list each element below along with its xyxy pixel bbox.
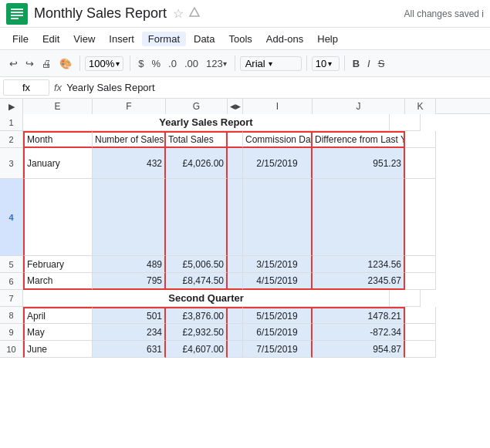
cell-3-month[interactable]: January: [23, 148, 93, 179]
row-num-5[interactable]: 5: [0, 256, 23, 273]
row-num-9[interactable]: 9: [0, 324, 23, 341]
font-family-selector[interactable]: Arial ▾: [240, 56, 302, 71]
undo-button[interactable]: ↩: [6, 56, 21, 71]
col-header-f[interactable]: F: [93, 99, 166, 114]
cell-6-totalsales[interactable]: £8,474.50: [166, 273, 228, 290]
cell-4-diff[interactable]: [313, 179, 405, 256]
font-family-value: Arial: [245, 58, 265, 69]
paint-format-button[interactable]: 🎨: [56, 56, 75, 71]
decimal-increase-button[interactable]: .00: [181, 56, 201, 71]
menu-format[interactable]: Format: [142, 32, 186, 46]
row-num-7[interactable]: 7: [0, 290, 23, 307]
cell-10-commdate[interactable]: 7/15/2019: [243, 341, 313, 358]
cell-6-commdate[interactable]: 4/15/2019: [243, 273, 313, 290]
col-header-j[interactable]: J: [313, 99, 405, 114]
cell-3-commdate[interactable]: 2/15/2019: [243, 148, 313, 179]
cell-3-diff[interactable]: 951.23: [313, 148, 405, 179]
svg-rect-1: [11, 8, 23, 10]
menu-addons[interactable]: Add-ons: [260, 32, 309, 46]
decimal-decrease-button[interactable]: .0: [165, 56, 180, 71]
cell-10-month[interactable]: June: [23, 341, 93, 358]
print-button[interactable]: 🖨: [39, 56, 55, 71]
cell-reference-box[interactable]: fx: [3, 79, 49, 96]
row-num-6[interactable]: 6: [0, 273, 23, 290]
cell-6-numsales[interactable]: 795: [93, 273, 166, 290]
separator-3: [235, 56, 235, 71]
row-num-10[interactable]: 10: [0, 341, 23, 358]
cell-4-totalsales[interactable]: [166, 179, 228, 256]
cell-2-commdate[interactable]: Commission Date: [243, 131, 313, 148]
menu-tools[interactable]: Tools: [222, 32, 258, 46]
cell-10-diff[interactable]: 954.87: [313, 341, 405, 358]
menu-file[interactable]: File: [6, 32, 35, 46]
cell-8-totalsales[interactable]: £3,876.00: [166, 307, 228, 324]
row-num-3[interactable]: 3: [0, 148, 23, 179]
cell-4-month[interactable]: [23, 179, 93, 256]
cell-5-diff[interactable]: 1234.56: [313, 256, 405, 273]
cell-2-k: [405, 131, 436, 148]
cell-1-k[interactable]: [390, 114, 421, 131]
cell-5-commdate[interactable]: 3/15/2019: [243, 256, 313, 273]
cell-2-month[interactable]: Month: [23, 131, 93, 148]
cell-10-totalsales[interactable]: £4,607.00: [166, 341, 228, 358]
menu-help[interactable]: Help: [311, 32, 344, 46]
menu-insert[interactable]: Insert: [103, 32, 140, 46]
menu-data[interactable]: Data: [188, 32, 221, 46]
cell-3-totalsales[interactable]: £4,026.00: [166, 148, 228, 179]
zoom-selector[interactable]: 100% ▾: [85, 56, 123, 71]
separator-5: [344, 56, 345, 71]
cell-4-commdate[interactable]: [243, 179, 313, 256]
formula-input[interactable]: [66, 82, 487, 93]
cell-2-difflastyear[interactable]: Difference from Last Year: [313, 131, 405, 148]
cell-8-numsales[interactable]: 501: [93, 307, 166, 324]
col-header-k[interactable]: K: [405, 99, 436, 114]
col-header-arrow[interactable]: ◀▶: [228, 99, 243, 114]
menu-view[interactable]: View: [67, 32, 101, 46]
cell-9-diff[interactable]: -872.34: [313, 324, 405, 341]
separator-2: [130, 56, 130, 71]
cell-10-numsales[interactable]: 631: [93, 341, 166, 358]
cell-9-commdate[interactable]: 6/15/2019: [243, 324, 313, 341]
cell-4-numsales[interactable]: [93, 179, 166, 256]
redo-button[interactable]: ↪: [22, 56, 37, 71]
row-num-2[interactable]: 2: [0, 131, 23, 148]
cell-5-totalsales[interactable]: £5,006.50: [166, 256, 228, 273]
app-icon: [6, 3, 28, 25]
cell-8-diff[interactable]: 1478.21: [313, 307, 405, 324]
more-formats-button[interactable]: 123 ▾: [203, 56, 230, 71]
title-bar: Monthly Sales Report ☆ All changes saved…: [0, 0, 490, 28]
cell-9-month[interactable]: May: [23, 324, 93, 341]
row-num-4[interactable]: 4: [0, 179, 23, 256]
cell-9-numsales[interactable]: 234: [93, 324, 166, 341]
col-header-g[interactable]: G: [166, 99, 228, 114]
formula-bar: fx fx: [0, 77, 490, 99]
font-size-selector[interactable]: 10 ▾: [312, 56, 340, 71]
strikethrough-button[interactable]: S: [375, 56, 388, 71]
cell-1-title[interactable]: Yearly Sales Report: [23, 114, 390, 131]
cell-6-diff[interactable]: 2345.67: [313, 273, 405, 290]
cell-5-k: [405, 256, 436, 273]
saved-status: All changes saved i: [404, 8, 484, 19]
menu-bar: File Edit View Insert Format Data Tools …: [0, 28, 490, 49]
bold-button[interactable]: B: [350, 56, 363, 71]
cell-2-numsales[interactable]: Number of Sales: [93, 131, 166, 148]
col-header-i[interactable]: I: [243, 99, 313, 114]
menu-edit[interactable]: Edit: [36, 32, 66, 46]
cell-9-totalsales[interactable]: £2,932.50: [166, 324, 228, 341]
star-icon[interactable]: ☆: [173, 6, 184, 21]
cell-7-title[interactable]: Second Quarter: [23, 290, 390, 307]
cell-8-commdate[interactable]: 5/15/2019: [243, 307, 313, 324]
col-header-e[interactable]: E: [23, 99, 93, 114]
cell-6-month[interactable]: March: [23, 273, 93, 290]
italic-button[interactable]: I: [364, 56, 373, 71]
row-num-1[interactable]: 1: [0, 114, 23, 131]
row-num-8[interactable]: 8: [0, 307, 23, 324]
cell-5-month[interactable]: February: [23, 256, 93, 273]
cell-9-empty: [228, 324, 243, 341]
percent-button[interactable]: %: [148, 56, 164, 71]
cell-8-month[interactable]: April: [23, 307, 93, 324]
cell-2-totalsales[interactable]: Total Sales: [166, 131, 228, 148]
cell-5-numsales[interactable]: 489: [93, 256, 166, 273]
currency-button[interactable]: $: [135, 56, 147, 71]
cell-3-numsales[interactable]: 432: [93, 148, 166, 179]
